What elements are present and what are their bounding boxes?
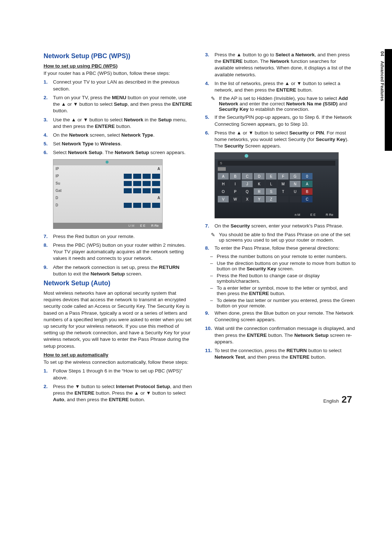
- keyboard-key: P: [230, 188, 241, 195]
- step-item: 4.In the list of networks, press the ▲ o…: [205, 80, 356, 93]
- keyboard-key: T: [278, 188, 289, 195]
- section-number: 04: [380, 51, 385, 56]
- pbc-steps-list: 1.Connect your TV to your LAN as describ…: [44, 79, 194, 156]
- keyboard-key: R: [254, 188, 265, 195]
- step-number: 5.: [44, 141, 53, 147]
- right-steps-a: 3.Press the ▲ button to go to Select a N…: [205, 52, 356, 93]
- ip-row: Su: [53, 180, 162, 187]
- step-text: To test the connection, press the RETURN…: [215, 347, 356, 360]
- step-number: 8.: [44, 242, 53, 262]
- step-number: 9.: [44, 264, 53, 277]
- mini2-foot-1: n M: [295, 213, 300, 217]
- step-item: 3.Press the ▲ button to go to Select a N…: [205, 52, 356, 78]
- mini2-foot-3: R Re: [326, 213, 333, 217]
- network-setup-screenshot: IPAIPSuGatDAD U M E E R Re: [53, 159, 163, 229]
- note-passphrase: ✎ You should be able to find the Pass Ph…: [211, 232, 356, 243]
- step-number: 3.: [205, 52, 215, 78]
- mini2-foot-2: E E: [310, 213, 316, 217]
- step-text: Press the ▲ or ▼ button to select Securi…: [215, 130, 356, 150]
- step-number: 2.: [44, 383, 53, 403]
- step-text: Press the ▲ button to go to Select a Net…: [215, 52, 356, 78]
- step-number: 1.: [44, 79, 53, 92]
- footer-lang: English: [323, 398, 339, 404]
- security-key-screenshot: S ABCDEFG0HIJKLMNAOPQRSTUBVWXYZ C n M E …: [215, 152, 339, 218]
- section-title: Advanced Features: [380, 61, 385, 101]
- step-text: On the Network screen, select Network Ty…: [53, 132, 194, 138]
- step-item: 10.Wait until the connection confirmatio…: [205, 325, 356, 345]
- mini1-foot-3: R Re: [151, 224, 159, 227]
- step-item: 1.Connect your TV to your LAN as describ…: [44, 79, 194, 92]
- bullet-item: –Press the number buttons on your remote…: [210, 254, 356, 259]
- step-number: 9.: [205, 310, 215, 323]
- step-number: 11.: [205, 347, 215, 360]
- ip-row: IP: [53, 173, 162, 180]
- pbc-intro: If your router has a PBC (WPS) button, f…: [44, 70, 194, 77]
- step-item: 8.Press the PBC (WPS) button on your rou…: [44, 242, 194, 262]
- heading-pbc: Network Setup (PBC (WPS)): [44, 52, 194, 60]
- keyboard-key: J: [242, 181, 253, 187]
- step-item: 6.Press the ▲ or ▼ button to select Secu…: [205, 130, 356, 150]
- step-item: 4.On the Network screen, select Network …: [44, 132, 194, 138]
- right-steps-d: 9.When done, press the Blue button on yo…: [205, 310, 356, 361]
- step-text: In the list of networks, press the ▲ or …: [215, 80, 356, 93]
- keyboard-key: K: [254, 181, 265, 187]
- keyboard-key: W: [230, 196, 241, 202]
- page-footer: English 27: [323, 394, 352, 405]
- note-icon: ✎: [211, 96, 219, 112]
- step-number: 6.: [44, 149, 53, 156]
- step-text: Press the Red button on your remote.: [53, 233, 194, 240]
- keyboard-key: U: [290, 188, 301, 195]
- bullet-item: –Use the direction buttons on your remot…: [210, 261, 356, 271]
- mini2-field-label: S: [220, 161, 222, 165]
- bullet-item: –To a enter letter or symbol, move to th…: [210, 285, 356, 296]
- auto-intro: To set up the wireless connection automa…: [44, 359, 194, 366]
- keyboard-key: V: [218, 196, 229, 202]
- keyboard-key: C: [302, 196, 313, 202]
- step-item: 3.Use the ▲ or ▼ button to select Networ…: [44, 117, 194, 130]
- ip-row: IPA: [53, 165, 162, 173]
- keyboard-key: F: [278, 173, 289, 180]
- step-number: 7.: [44, 233, 53, 240]
- step-text: Connect your TV to your LAN as described…: [53, 79, 194, 92]
- step-item: 9.After the network connection is set up…: [44, 264, 194, 277]
- heading-auto: Network Setup (Auto): [44, 279, 194, 287]
- keyboard-key: G: [290, 173, 301, 180]
- bullet-item: –To delete the last letter or number you…: [210, 298, 356, 309]
- keyboard-key: Y: [254, 196, 265, 202]
- note-hidden-ap: ✎ If the AP is set to Hidden (Invisible)…: [211, 96, 356, 112]
- step-number: 5.: [205, 114, 215, 127]
- step-text: Press the PBC (WPS) button on your route…: [53, 242, 194, 262]
- step-number: 4.: [205, 80, 215, 93]
- ip-row: Gat: [53, 187, 162, 194]
- ip-row: D: [53, 202, 162, 209]
- step-item: 11.To test the connection, press the RET…: [205, 347, 356, 360]
- subheading-auto: How to set up automatically: [44, 352, 194, 358]
- keyboard-key: E: [266, 173, 277, 180]
- step-item: 6.Select Network Setup. The Network Setu…: [44, 149, 194, 156]
- step-item: 2.Turn on your TV, press the MENU button…: [44, 94, 194, 114]
- keyboard-key: [290, 196, 301, 202]
- step-item: 1.Follow Steps 1 through 6 in the “How t…: [44, 368, 194, 381]
- keyboard-key: D: [254, 173, 265, 180]
- keyboard-key: N: [290, 181, 301, 187]
- note-icon: ✎: [211, 232, 219, 243]
- step-item: 9.When done, press the Blue button on yo…: [205, 310, 356, 323]
- step-text: On the Security screen, enter your netwo…: [215, 223, 356, 229]
- step-number: 1.: [44, 368, 53, 381]
- bullet-item: –Press the Red button to change case or …: [210, 273, 356, 284]
- keyboard-key: I: [230, 181, 241, 187]
- step-item: 7.On the Security screen, enter your net…: [205, 223, 356, 229]
- mini1-foot-2: E E: [140, 224, 146, 227]
- keyboard-key: M: [278, 181, 289, 187]
- keyboard-key: A: [302, 181, 313, 187]
- keyboard-key: C: [242, 173, 253, 180]
- right-step-8: 8.To enter the Pass Phrase, follow these…: [205, 245, 356, 251]
- right-steps-c: 7.On the Security screen, enter your net…: [205, 223, 356, 229]
- keyboard-key: L: [266, 181, 277, 187]
- step-item: 7.Press the Red button on your remote.: [44, 233, 194, 240]
- keyboard-key: B: [230, 173, 241, 180]
- step-number: 4.: [44, 132, 53, 138]
- keyboard-key: A: [218, 173, 229, 180]
- step-text: When done, press the Blue button on your…: [215, 310, 356, 323]
- keyboard-key: O: [218, 188, 229, 195]
